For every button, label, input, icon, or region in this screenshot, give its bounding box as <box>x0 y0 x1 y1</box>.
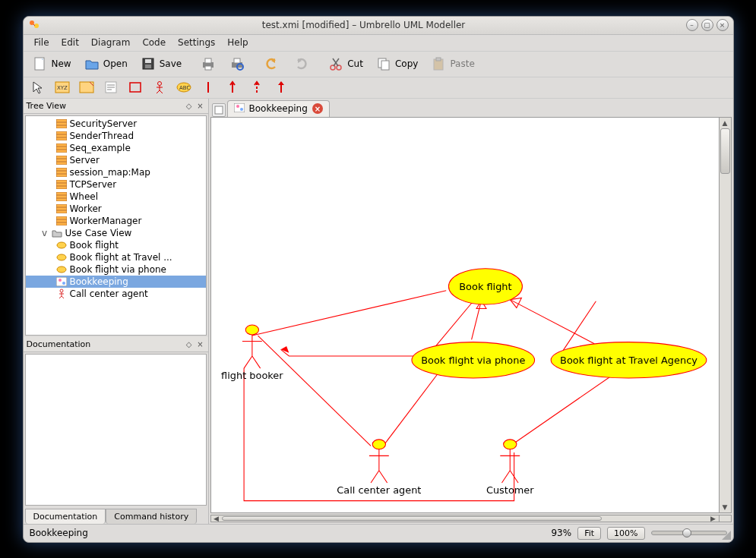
svg-line-75 <box>510 299 594 343</box>
svg-rect-51 <box>56 204 67 213</box>
usecase-book-flight[interactable]: Book flight <box>459 280 511 292</box>
expander-icon[interactable]: v <box>41 228 49 238</box>
close-tab-icon[interactable]: × <box>312 103 323 114</box>
class-icon <box>56 118 67 129</box>
close-button[interactable]: × <box>716 19 729 31</box>
text-tool[interactable] <box>103 79 119 96</box>
actor-call-center-agent[interactable]: Call center agent <box>337 439 421 495</box>
right-column: Bookkeeping × <box>209 99 733 524</box>
scroll-left-icon[interactable]: ◀ <box>211 515 222 522</box>
tree-item: Seq_example <box>26 142 206 154</box>
documentation-textarea[interactable] <box>25 354 207 506</box>
menu-file[interactable]: File <box>28 35 55 50</box>
svg-point-61 <box>59 279 62 282</box>
tab-documentation[interactable]: Documentation <box>25 509 106 524</box>
documentation-close-button[interactable]: × <box>196 339 205 348</box>
app-icon <box>28 19 40 31</box>
save-floppy-icon <box>140 55 157 72</box>
hscroll-thumb[interactable] <box>222 516 602 521</box>
menu-edit[interactable]: Edit <box>55 35 85 50</box>
maximize-button[interactable]: ▢ <box>701 19 713 31</box>
titlebar[interactable]: test.xmi [modified] – Umbrello UML Model… <box>24 17 733 35</box>
note-tool[interactable]: XYZ <box>54 79 71 96</box>
dependency-tool[interactable] <box>248 79 265 96</box>
redo-button[interactable] <box>287 53 315 74</box>
cut-button[interactable]: Cut <box>322 53 369 74</box>
box-tool[interactable] <box>127 79 144 96</box>
class-icon <box>56 203 67 214</box>
undo-icon <box>264 55 280 72</box>
menu-settings[interactable]: Settings <box>172 35 221 50</box>
actor-flight-booker[interactable]: flight booker <box>221 325 283 381</box>
status-zoom-percent: 93% <box>551 528 571 538</box>
association-tool[interactable] <box>200 79 217 96</box>
actor-tool[interactable] <box>151 79 168 96</box>
vscroll-thumb[interactable] <box>720 128 730 174</box>
svg-rect-42 <box>56 168 67 177</box>
treeview-close-button[interactable]: × <box>196 101 205 110</box>
save-label: Save <box>160 58 182 69</box>
scroll-right-icon[interactable]: ▶ <box>708 515 719 522</box>
menu-help[interactable]: Help <box>221 35 254 50</box>
class-icon <box>56 167 67 178</box>
menu-diagram[interactable]: Diagram <box>85 35 137 50</box>
scroll-corner <box>720 515 732 522</box>
tree-item: Book flight at Travel ... <box>26 251 206 263</box>
usecase-travel-agency[interactable]: Book flight at Travel Agency <box>560 354 697 365</box>
select-tool[interactable] <box>30 79 46 96</box>
copy-label: Copy <box>395 58 418 69</box>
copy-button[interactable]: Copy <box>370 53 423 74</box>
hundred-percent-button[interactable]: 100% <box>607 527 644 540</box>
svg-point-62 <box>62 282 65 285</box>
svg-rect-33 <box>56 131 67 140</box>
vertical-scrollbar[interactable]: ▲ ▼ <box>720 117 732 513</box>
anchor-note-tool[interactable] <box>78 79 95 96</box>
svg-rect-22 <box>130 83 141 92</box>
document-tab-bookkeeping[interactable]: Bookkeeping × <box>227 100 330 117</box>
zoom-slider[interactable] <box>651 531 727 535</box>
menu-code[interactable]: Code <box>136 35 172 50</box>
horizontal-scrollbar[interactable]: ◀ ▶ <box>210 515 720 522</box>
svg-point-57 <box>57 242 66 248</box>
class-icon <box>56 179 67 190</box>
print-preview-button[interactable] <box>223 53 251 74</box>
new-button[interactable]: New <box>27 53 77 74</box>
fit-button[interactable]: Fit <box>577 527 601 540</box>
print-button[interactable] <box>195 53 222 74</box>
app-window: test.xmi [modified] – Umbrello UML Model… <box>23 16 734 543</box>
open-button[interactable]: Open <box>78 53 133 74</box>
save-button[interactable]: Save <box>134 53 187 74</box>
directed-association-tool[interactable] <box>224 79 241 96</box>
svg-rect-54 <box>56 216 67 225</box>
tree-item-folder[interactable]: vUse Case View <box>26 227 206 239</box>
resize-grip[interactable] <box>720 529 731 540</box>
undo-button[interactable] <box>258 53 286 74</box>
svg-rect-15 <box>381 61 389 70</box>
generalization-tool[interactable] <box>273 79 289 96</box>
paste-icon <box>430 55 447 72</box>
zoom-slider-knob[interactable] <box>682 528 691 538</box>
tree-item: session_map:Map <box>26 166 206 178</box>
svg-rect-8 <box>205 66 211 70</box>
new-tab-button[interactable] <box>212 103 226 117</box>
tree-item: Book flight via phone <box>26 263 206 276</box>
usecase-via-phone[interactable]: Book flight via phone <box>421 354 525 365</box>
minimize-button[interactable]: – <box>686 19 698 31</box>
svg-line-70 <box>563 301 596 350</box>
actor-customer[interactable]: Customer <box>486 439 533 495</box>
svg-point-63 <box>60 289 63 292</box>
diagram-icon <box>56 276 67 287</box>
diagram-canvas[interactable]: Book flight Book flight via phone Book f… <box>210 117 720 513</box>
paste-button[interactable]: Paste <box>425 53 479 74</box>
tree-item: WorkerManager <box>26 215 206 227</box>
class-icon <box>56 216 67 226</box>
scroll-up-icon[interactable]: ▲ <box>720 118 731 128</box>
tree-view[interactable]: SecurityServer SenderThread Seq_example … <box>25 115 207 336</box>
usecase-tool[interactable]: ABC <box>176 79 192 96</box>
documentation-float-button[interactable]: ◇ <box>185 339 194 348</box>
svg-line-72 <box>383 372 438 446</box>
scroll-down-icon[interactable]: ▼ <box>720 502 731 512</box>
svg-rect-39 <box>56 156 67 165</box>
treeview-float-button[interactable]: ◇ <box>185 101 194 110</box>
tab-command-history[interactable]: Command history <box>106 509 197 524</box>
